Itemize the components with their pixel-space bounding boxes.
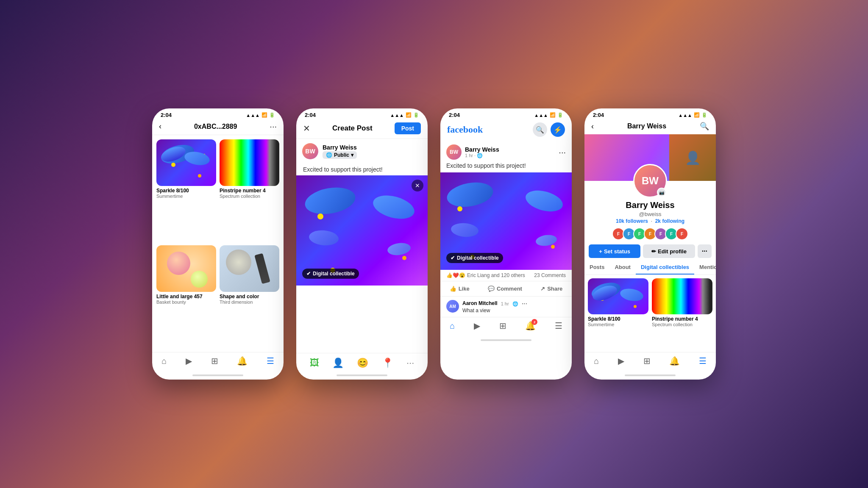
globe-post-icon: 🌐 xyxy=(477,153,483,158)
nft-thumb-sparkle xyxy=(156,139,216,186)
profile-nft-info-pinstripe: Pinstripe number 4 Spectrum collection xyxy=(652,314,712,329)
create-post-header: ✕ Create Post Post xyxy=(296,120,428,139)
nft-thumb-pinstripe xyxy=(220,139,279,186)
nft-item-shapecolor[interactable]: Shape and color Third dimension xyxy=(220,245,279,348)
menu-nav-icon-3[interactable]: ☰ xyxy=(555,321,562,331)
status-icons-1: ▲▲▲ 📶 🔋 xyxy=(246,112,275,118)
battery-icon-4: 🔋 xyxy=(701,112,707,118)
status-time-4: 2:04 xyxy=(593,112,604,118)
facebook-header: facebook 🔍 ⚡ xyxy=(440,120,572,140)
profile-nft-pinstripe[interactable]: Pinstripe number 4 Spectrum collection xyxy=(652,278,712,349)
close-create-post-button[interactable]: ✕ xyxy=(303,123,310,133)
location-toolbar-icon[interactable]: 📍 xyxy=(382,358,393,369)
set-status-button[interactable]: + Set status xyxy=(589,244,640,258)
profile-name-section: Barry Weiss @bweiss 10k followers · 2k f… xyxy=(584,198,716,226)
remove-image-button[interactable]: ✕ xyxy=(412,180,423,191)
back-button-4[interactable]: ‹ xyxy=(591,122,594,131)
profile-nft-grid: Sparkle 8/100 Summertime Pinstripe numbe… xyxy=(584,275,716,352)
emoji-toolbar-icon[interactable]: 😊 xyxy=(357,358,368,369)
back-button-1[interactable]: ‹ xyxy=(159,122,161,131)
battery-icon: 🔋 xyxy=(269,112,275,118)
wifi-icon-4: 📶 xyxy=(694,112,700,118)
tab-about[interactable]: About xyxy=(609,261,636,274)
nft-item-pinstripe[interactable]: Pinstripe number 4 Spectrum collection xyxy=(220,139,279,242)
nft-thumb-shapecolor xyxy=(220,245,279,292)
profile-header-title: Barry Weiss xyxy=(627,122,666,130)
home-nav-icon-1[interactable]: ⌂ xyxy=(161,356,167,366)
nft-name-littlelarge: Little and large 457 xyxy=(156,294,216,299)
home-nav-icon-3[interactable]: ⌂ xyxy=(450,321,455,330)
tab-posts[interactable]: Posts xyxy=(584,261,609,274)
more-toolbar-icon[interactable]: ··· xyxy=(406,358,414,369)
menu-nav-icon-1[interactable]: ☰ xyxy=(267,356,274,366)
post-more-options-3[interactable]: ··· xyxy=(559,147,566,157)
phone-profile: 2:04 ▲▲▲ 📶 🔋 ‹ Barry Weiss 🔍 📷 👤 BW 📷 Ba… xyxy=(584,108,716,380)
signal-icon-4: ▲▲▲ xyxy=(678,113,692,118)
video-nav-icon-1[interactable]: ▶ xyxy=(186,356,192,366)
feed-blob-1 xyxy=(445,179,495,210)
reactions-left: 👍❤️😮 Eric Liang and 120 others xyxy=(446,272,525,278)
search-profile-icon[interactable]: 🔍 xyxy=(700,122,709,131)
nft-item-sparkle[interactable]: Sparkle 8/100 Summertime xyxy=(156,139,216,242)
status-bar-4: 2:04 ▲▲▲ 📶 🔋 xyxy=(584,108,716,120)
check-icon-3: ✔ xyxy=(451,255,455,261)
share-button[interactable]: ↗ Share xyxy=(535,283,568,294)
comment-more-icon[interactable]: ··· xyxy=(522,300,527,308)
like-button[interactable]: 👍 Like xyxy=(445,283,475,294)
create-post-title: Create Post xyxy=(332,124,372,133)
more-options-1[interactable]: ··· xyxy=(270,122,277,131)
edit-profile-button[interactable]: ✏ Edit profile xyxy=(643,244,695,258)
audience-dropdown[interactable]: 🌐 Public ▾ xyxy=(323,151,357,159)
bell-nav-icon-1[interactable]: 🔔 xyxy=(237,356,248,366)
bottom-nav-3: ⌂ ▶ ⊞ 🔔 2 ☰ xyxy=(440,317,572,338)
add-friend-toolbar-icon[interactable]: 👤 xyxy=(332,358,344,369)
video-nav-icon-3[interactable]: ▶ xyxy=(474,321,480,331)
bell-nav-wrap-3: 🔔 2 xyxy=(525,321,536,331)
nft-feed-image: ✔ Digital collectible xyxy=(440,172,572,270)
comment-button[interactable]: 💬 Comment xyxy=(483,283,527,294)
phone-facebook-feed: 2:04 ▲▲▲ 📶 🔋 facebook 🔍 ⚡ BW Barry Weiss… xyxy=(440,108,572,380)
people-nav-icon-1[interactable]: ⊞ xyxy=(211,356,218,366)
post-text-content: Excited to support this project! xyxy=(296,164,428,175)
nft-collection-littlelarge: Basket bounty xyxy=(156,299,216,305)
tab-digital-collectibles[interactable]: Digital collectibles xyxy=(636,261,694,274)
home-indicator-4 xyxy=(625,374,676,376)
status-time-1: 2:04 xyxy=(161,112,172,118)
check-circle-icon: ✔ xyxy=(306,271,311,277)
post-user-info-3: Barry Weiss 1 hr · 🌐 xyxy=(465,146,555,158)
more-profile-button[interactable]: ··· xyxy=(698,244,712,258)
status-icons-2: ▲▲▲ 📶 🔋 xyxy=(390,112,419,118)
feed-dot-1 xyxy=(457,206,462,211)
bell-nav-icon-4[interactable]: 🔔 xyxy=(669,356,680,366)
battery-icon-2: 🔋 xyxy=(413,112,419,118)
nft-blob-4 xyxy=(387,241,411,256)
nft-name-sparkle: Sparkle 8/100 xyxy=(156,188,216,194)
profile-nft-sparkle[interactable]: Sparkle 8/100 Summertime xyxy=(588,278,648,349)
nft-collection-shapecolor: Third dimension xyxy=(220,299,279,305)
people-nav-icon-3[interactable]: ⊞ xyxy=(499,321,506,331)
nft-name-pinstripe: Pinstripe number 4 xyxy=(220,188,279,194)
people-nav-icon-4[interactable]: ⊞ xyxy=(643,356,651,366)
menu-nav-icon-4[interactable]: ☰ xyxy=(699,356,707,366)
status-bar-3: 2:04 ▲▲▲ 📶 🔋 xyxy=(440,108,572,120)
tab-mentions[interactable]: Mentions xyxy=(694,261,716,274)
video-nav-icon-4[interactable]: ▶ xyxy=(618,356,624,366)
home-nav-icon-4[interactable]: ⌂ xyxy=(594,356,599,366)
reaction-emojis: 👍❤️😮 xyxy=(446,272,465,278)
image-toolbar-icon[interactable]: 🖼 xyxy=(310,358,319,369)
battery-icon-3: 🔋 xyxy=(557,112,563,118)
facebook-post-card: BW Barry Weiss 1 hr · 🌐 ··· Excited to s… xyxy=(440,140,572,172)
profile-nft-info-sparkle: Sparkle 8/100 Summertime xyxy=(588,314,648,329)
nft-collection-sparkle: Summertime xyxy=(156,194,216,199)
cover-right-photo: 👤 xyxy=(669,134,716,181)
post-submit-button[interactable]: Post xyxy=(395,122,421,134)
edit-avatar-button[interactable]: 📷 xyxy=(657,188,666,197)
audience-label: Public xyxy=(334,152,349,158)
nft-thumb-littlelarge xyxy=(156,245,216,292)
commenter-meta: Aaron Mitchell 1 hr 🌐 ··· xyxy=(462,300,527,308)
messenger-icon-circle[interactable]: ⚡ xyxy=(551,122,565,137)
search-icon-circle[interactable]: 🔍 xyxy=(533,122,547,137)
create-post-user-row: BW Barry Weiss 🌐 Public ▾ xyxy=(296,139,428,164)
phone-nft-gallery: 2:04 ▲▲▲ 📶 🔋 ‹ 0xABC...2889 ··· Sparkle … xyxy=(152,108,284,380)
nft-item-littlelarge[interactable]: Little and large 457 Basket bounty xyxy=(156,245,216,348)
